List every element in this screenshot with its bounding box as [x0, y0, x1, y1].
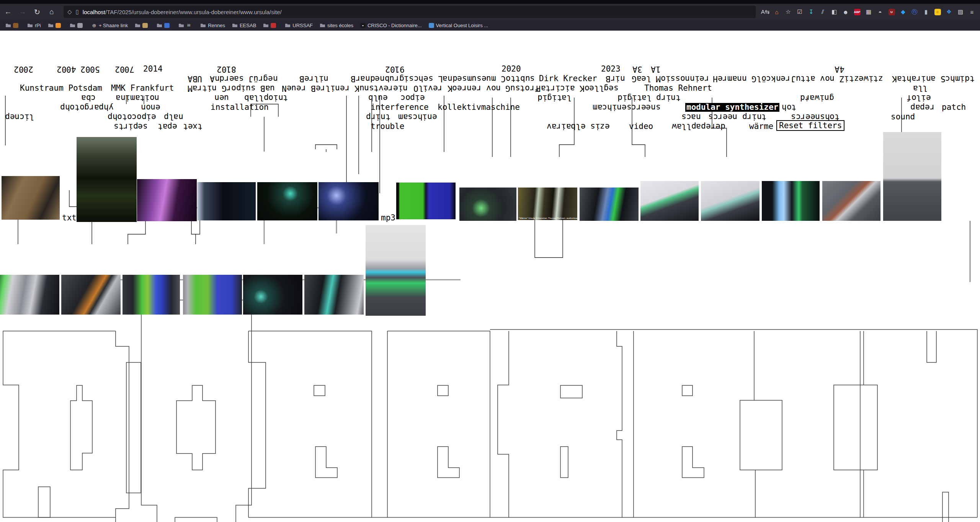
bookmark-rpi[interactable]: rPi — [27, 23, 41, 28]
artwork-thumbnail[interactable] — [197, 182, 256, 220]
artwork-thumbnail[interactable] — [77, 137, 137, 222]
filter-tag[interactable]: ballpoint — [244, 93, 288, 102]
filter-tag[interactable]: folie — [906, 93, 931, 102]
menu-hamburger-icon[interactable]: ≡ — [966, 7, 978, 17]
bookmark-shaare-link[interactable]: ⊕+ Shaare link — [91, 23, 128, 28]
grey-page-icon[interactable]: ▮ — [920, 7, 932, 17]
account-icon[interactable]: ☻ — [840, 7, 851, 17]
artwork-thumbnail[interactable] — [183, 275, 242, 315]
filter-tag[interactable]: modular synthesizer — [685, 103, 779, 112]
filter-tag[interactable]: trouble — [371, 122, 405, 131]
privacy-badger-icon[interactable]: ◓ — [874, 7, 886, 17]
library-icon[interactable]: ⫽ — [817, 7, 828, 17]
filter-tag[interactable]: 2005 — [80, 65, 100, 73]
filter-tag[interactable]: animation — [116, 93, 159, 102]
filter-tag[interactable]: none — [141, 103, 160, 112]
filter-tag[interactable]: stripes — [114, 122, 148, 131]
filter-tag[interactable]: 2007 — [115, 65, 134, 73]
bookmark-vertical-ouest[interactable]: Vertical Ouest Loisirs ... — [429, 23, 488, 28]
filter-tag[interactable]: 2018 — [217, 65, 236, 73]
filter-tag[interactable]: variable size — [547, 122, 610, 131]
ublock-icon[interactable]: U — [886, 7, 897, 17]
tab-strip[interactable] — [0, 0, 980, 4]
bookmark-dog[interactable] — [5, 23, 20, 28]
filter-tag[interactable]: Katharina Schmidt — [892, 74, 974, 83]
artwork-thumbnail[interactable] — [122, 275, 180, 315]
artwork-thumbnail[interactable] — [318, 182, 379, 220]
filter-tag[interactable]: paper — [910, 103, 934, 112]
bookmark-blue[interactable] — [157, 23, 172, 28]
artwork-thumbnail[interactable] — [459, 188, 516, 221]
artwork-thumbnail[interactable]: "Wärme" Ursula Döbereiner, Thomas Rehner… — [518, 188, 577, 220]
translate-icon[interactable]: A⇆ — [760, 7, 771, 17]
filter-tag[interactable]: txt — [62, 214, 77, 222]
filter-tag[interactable]: Hermann Glöckner — [713, 74, 791, 83]
filter-tag[interactable]: maschine — [398, 113, 437, 121]
shield-check-icon[interactable]: ☑ — [794, 7, 805, 17]
filter-tag[interactable]: plan — [164, 113, 183, 121]
filter-tag[interactable]: 2023 — [601, 65, 621, 73]
filter-tag[interactable]: interference — [371, 103, 429, 112]
filter-tag[interactable]: Oliver Koerner von Gustorf — [413, 84, 539, 93]
bookmark-star-icon[interactable]: ☆ — [782, 7, 794, 17]
filter-tag[interactable]: installation — [211, 103, 269, 112]
sidebar-icon[interactable]: ◧ — [828, 7, 840, 17]
filter-tag[interactable]: scan — [681, 113, 701, 121]
fence-grid-icon[interactable]: ▦ — [863, 7, 874, 17]
filter-tag[interactable]: Berlin — [299, 74, 328, 83]
artwork-thumbnail[interactable] — [366, 225, 426, 316]
filter-tag[interactable]: photocopie — [108, 113, 156, 121]
filter-tag[interactable]: blue — [368, 93, 388, 102]
filter-tag[interactable]: all — [913, 84, 928, 93]
artwork-thumbnail[interactable] — [762, 181, 820, 221]
bookmark-boot[interactable] — [263, 23, 278, 28]
filter-tag[interactable]: sound — [891, 113, 915, 121]
bookmark-eesab[interactable]: EESAB — [232, 23, 256, 28]
reload-icon[interactable]: ↻ — [31, 6, 44, 18]
filter-tag[interactable]: 2014 — [143, 65, 163, 73]
filter-tag[interactable]: wärme — [749, 122, 773, 131]
puzzle-extensions-icon[interactable]: ▨ — [955, 7, 966, 17]
filter-tag[interactable]: text — [183, 122, 203, 131]
artwork-thumbnail[interactable] — [580, 188, 639, 221]
bookmark-dagger[interactable] — [135, 23, 150, 28]
flow-diamond-icon[interactable]: ❖ — [943, 7, 955, 17]
artwork-thumbnail[interactable] — [304, 275, 364, 315]
filter-tag[interactable]: screen print — [708, 113, 766, 121]
filter-tag[interactable]: kollektivmaschine — [438, 103, 520, 112]
bookmark-burger[interactable] — [48, 23, 63, 28]
filter-tag[interactable]: machinescreens — [593, 103, 660, 112]
filter-tag[interactable]: 2002 — [14, 65, 33, 73]
reset-filters-button[interactable]: Reset filters — [776, 120, 844, 131]
artwork-thumbnail[interactable] — [2, 176, 60, 220]
filter-tag[interactable]: tape — [158, 122, 177, 131]
bookmark-rennes[interactable]: Rennes — [200, 23, 225, 28]
filter-tag[interactable]: Martin Gropius Bau — [188, 84, 275, 93]
filter-tag[interactable]: MMK Frankfurt — [111, 84, 174, 93]
artwork-thumbnail[interactable] — [883, 132, 941, 221]
url-text[interactable]: localhost/TAF/2025/ursula-dobereiner/www… — [83, 9, 282, 15]
bookmark-grey[interactable] — [70, 23, 85, 28]
filter-tag[interactable]: Neuer Berliner Kunstverein — [282, 84, 408, 93]
filter-tag[interactable]: Brandenburgisches Landesmuseum Cottbus — [351, 74, 535, 83]
filter-tag[interactable]: 2019 — [385, 65, 405, 73]
filter-tag[interactable]: digital print — [617, 93, 681, 102]
filter-tag[interactable]: video — [629, 122, 653, 131]
filter-tag[interactable]: digital — [537, 93, 572, 102]
filter-tag[interactable]: A3 — [632, 65, 642, 73]
extension-home-icon[interactable]: ⌂ — [771, 7, 782, 17]
gem-icon[interactable]: ◆ — [897, 7, 909, 17]
forward-icon[interactable]: → — [16, 6, 29, 18]
filter-tag[interactable]: hot — [782, 103, 796, 112]
filter-tag[interactable]: Dirk Krecker — [539, 74, 597, 83]
artwork-thumbnail[interactable] — [822, 181, 880, 221]
artwork-thumbnail[interactable] — [61, 275, 121, 315]
filter-tag[interactable]: photography — [60, 103, 113, 112]
artwork-thumbnail[interactable] — [396, 183, 456, 219]
smiley-icon[interactable]: ☺ — [932, 7, 943, 17]
filter-tag[interactable]: 2020 — [501, 65, 521, 73]
filter-tag[interactable]: A4 — [835, 65, 844, 73]
artwork-thumbnail[interactable] — [0, 275, 59, 315]
shield-icon[interactable]: ◇ — [67, 8, 72, 15]
bookmark-crisco[interactable]: ◒CRISCO - Dictionnaire... — [360, 23, 422, 28]
